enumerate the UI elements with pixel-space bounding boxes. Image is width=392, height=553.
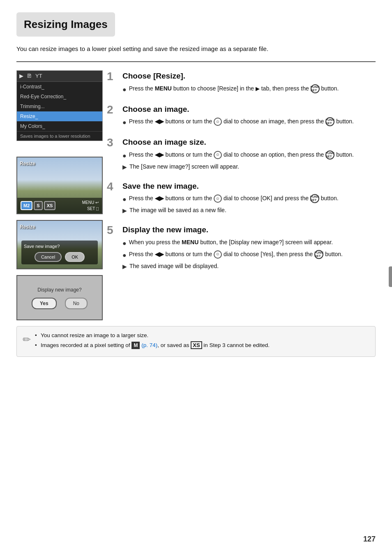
- step-2: 2 Choose an image. ● Press the ◀▶ button…: [107, 104, 376, 130]
- step-4-content: Save the new image. ● Press the ◀▶ butto…: [122, 180, 376, 217]
- xs-badge: XS: [191, 341, 202, 349]
- menu-header: ▶ 🖹 YT: [17, 71, 102, 82]
- page-number: 127: [363, 534, 376, 545]
- page-title: Resizing Images: [16, 12, 115, 37]
- right-tab: [389, 266, 392, 287]
- no-btn: No: [65, 298, 88, 309]
- step-5-text-2: Press the ◀▶ buttons or turn the ⊙ dial …: [129, 250, 343, 259]
- arrow-icon: ▶: [122, 163, 127, 171]
- display-question: Display new image?: [37, 286, 81, 294]
- bullet-icon: ●: [122, 85, 127, 95]
- folder-icon: 🖹: [27, 72, 32, 80]
- step-2-number: 2: [107, 104, 120, 116]
- step-1-content: Choose [Resize]. ● Press the MENU button…: [122, 70, 376, 96]
- note-content: You cannot resize an image to a larger s…: [35, 331, 270, 352]
- step-3-item-2: ▶ The [Save new image?] screen will appe…: [122, 162, 376, 171]
- dial-icon-3: ⊙: [214, 194, 222, 203]
- play-tab-icon-inline: ▶: [256, 85, 260, 93]
- step-2-item-1: ● Press the ◀▶ buttons or turn the ⊙ dia…: [122, 117, 376, 127]
- menu-set-indicator: MENU ↩ SET ⎕: [82, 199, 99, 212]
- bullet-icon: ●: [122, 194, 127, 204]
- step-5-item-2: ● Press the ◀▶ buttons or turn the ⊙ dia…: [122, 250, 376, 260]
- lr-arrows-icon: ◀▶: [155, 118, 164, 125]
- dial-icon-4: ⊙: [214, 250, 222, 259]
- dialog-buttons: Cancel OK: [24, 252, 95, 262]
- step-2-text: Press the ◀▶ buttons or turn the ⊙ dial …: [129, 117, 354, 126]
- lr-arrows-icon-2: ◀▶: [155, 151, 164, 158]
- ok-btn: OK: [65, 252, 85, 262]
- arrow-icon-3: ▶: [122, 262, 127, 271]
- menu-item-resize: Resize_: [17, 111, 102, 121]
- func-set-btn-4: FUNCSET: [310, 194, 319, 203]
- lr-arrows-icon-4: ◀▶: [155, 251, 164, 257]
- left-column: ▶ 🖹 YT i-Contrast_ Red-Eye Correction_ T…: [16, 70, 107, 320]
- step-3: 3 Choose an image size. ● Press the ◀▶ b…: [107, 137, 376, 173]
- resize-size-screen: Resize M2 S XS MENU ↩ SET ⎕: [16, 157, 103, 214]
- step-4-arrow-text: The image will be saved as a new file.: [129, 206, 226, 215]
- step-3-text: Press the ◀▶ buttons or turn the ⊙ dial …: [129, 150, 354, 160]
- step-5-item-3: ▶ The saved image will be displayed.: [122, 262, 376, 271]
- step-4-text: Press the ◀▶ buttons or turn the ⊙ dial …: [129, 194, 339, 203]
- screen-resize-label: Resize: [20, 160, 35, 167]
- pencil-icon: ✏: [23, 332, 31, 347]
- step-5-title: Display the new image.: [122, 224, 376, 236]
- size-xs: XS: [44, 201, 56, 211]
- arrow-icon-2: ▶: [122, 206, 127, 215]
- step-3-arrow-text: The [Save new image?] screen will appear…: [129, 162, 239, 171]
- display-new-image-screen: Display new image? Yes No: [16, 275, 103, 320]
- intro-text: You can resize images to a lower pixel s…: [16, 44, 376, 54]
- note-box: ✏ You cannot resize an image to a larger…: [16, 326, 376, 357]
- step-1-number: 1: [107, 70, 120, 83]
- cancel-btn: Cancel: [35, 252, 62, 262]
- step-1-title: Choose [Resize].: [122, 70, 376, 82]
- size-s: S: [34, 201, 42, 211]
- size-buttons: M2 S XS: [21, 201, 55, 211]
- menu-item-redeye: Red-Eye Correction_: [17, 92, 102, 102]
- note-item-1: You cannot resize an image to a larger s…: [35, 331, 270, 340]
- save-dialog: Save new image? Cancel OK: [21, 241, 98, 264]
- note-item-2: Images recorded at a pixel setting of M …: [35, 341, 270, 349]
- step-4-item-2: ▶ The image will be saved as a new file.: [122, 206, 376, 215]
- menu-item-icontrast: i-Contrast_: [17, 82, 102, 92]
- func-set-btn-3: FUNCSET: [325, 150, 334, 160]
- func-set-btn-1: FUNCSET: [311, 84, 320, 93]
- dial-icon-2: ⊙: [214, 151, 222, 159]
- bullet-icon: ●: [122, 238, 127, 248]
- save-new-image-screen: Resize Save new image? Cancel OK: [16, 220, 103, 269]
- menu-item-trimming: Trimming...: [17, 102, 102, 111]
- step-1-text: Press the MENU button to choose [Resize]…: [129, 84, 339, 93]
- page-link: (p. 74): [141, 342, 157, 348]
- step-2-content: Choose an image. ● Press the ◀▶ buttons …: [122, 104, 376, 130]
- step-5-item-1: ● When you press the MENU button, the [D…: [122, 238, 376, 248]
- spacer-step2: [16, 147, 103, 151]
- step-5-number: 5: [107, 224, 120, 237]
- func-set-btn-5: FUNCSET: [314, 250, 323, 259]
- bullet-icon: ●: [122, 151, 127, 161]
- step-5-text-1: When you press the MENU button, the [Dis…: [129, 238, 333, 247]
- step-5-arrow-text: The saved image will be displayed.: [129, 262, 219, 271]
- step-5: 5 Display the new image. ● When you pres…: [107, 224, 376, 273]
- step-3-number: 3: [107, 137, 120, 149]
- step-3-item-1: ● Press the ◀▶ buttons or turn the ⊙ dia…: [122, 150, 376, 161]
- camera-menu-screen: ▶ 🖹 YT i-Contrast_ Red-Eye Correction_ T…: [16, 70, 103, 141]
- step-1-item-1: ● Press the MENU button to choose [Resiz…: [122, 84, 376, 95]
- step-1: 1 Choose [Resize]. ● Press the MENU butt…: [107, 70, 376, 96]
- screen-bottom-bar: M2 S XS MENU ↩ SET ⎕: [17, 198, 102, 213]
- right-column: 1 Choose [Resize]. ● Press the MENU butt…: [107, 70, 376, 320]
- settings-icon: YT: [35, 72, 42, 80]
- menu-item-mycolors: My Colors_: [17, 121, 102, 131]
- step-3-content: Choose an image size. ● Press the ◀▶ but…: [122, 137, 376, 173]
- step-4-title: Save the new image.: [122, 180, 376, 192]
- save-question: Save new image?: [24, 243, 95, 250]
- yes-btn: Yes: [32, 298, 57, 309]
- step-4-number: 4: [107, 180, 120, 193]
- bullet-icon: ●: [122, 118, 127, 127]
- lr-arrows-icon-3: ◀▶: [155, 195, 164, 201]
- dial-icon: ⊙: [214, 118, 222, 126]
- m-badge: M: [131, 342, 140, 349]
- screen-save-label: Resize: [20, 223, 35, 231]
- step-4: 4 Save the new image. ● Press the ◀▶ but…: [107, 180, 376, 217]
- content-grid: ▶ 🖹 YT i-Contrast_ Red-Eye Correction_ T…: [16, 70, 376, 320]
- size-m2: M2: [21, 201, 32, 211]
- func-set-btn-2: FUNCSET: [325, 117, 334, 126]
